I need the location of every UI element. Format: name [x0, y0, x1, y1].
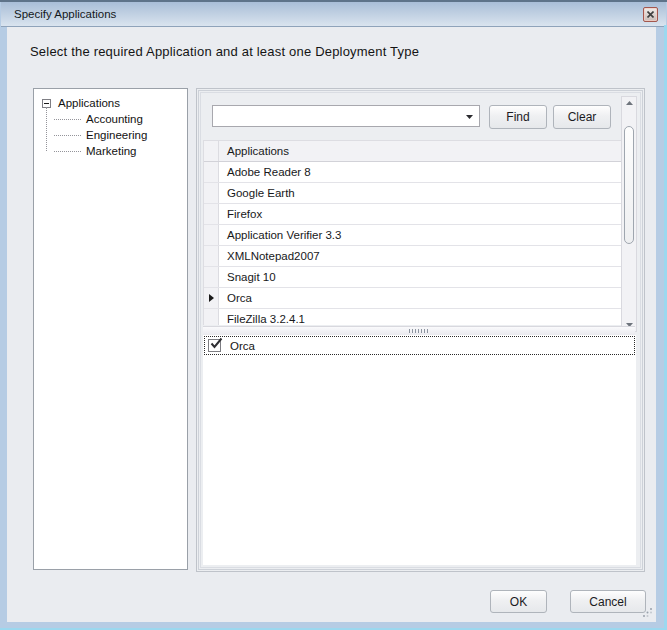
application-name-cell: Google Earth [219, 183, 621, 203]
specify-applications-dialog: Specify Applications Select the required… [0, 0, 667, 630]
scroll-up-icon[interactable] [622, 101, 636, 105]
find-button[interactable]: Find [489, 105, 547, 129]
close-icon [647, 11, 654, 18]
application-name-cell: XMLNotepad2007 [219, 246, 621, 266]
grid-indicator-header-cell [204, 141, 219, 161]
grid-row[interactable]: Google Earth [204, 183, 621, 204]
application-name-cell: Adobe Reader 8 [219, 162, 621, 182]
instruction-text: Select the required Application and at l… [30, 44, 419, 59]
row-indicator-cell [204, 267, 219, 287]
grid-row[interactable]: Adobe Reader 8 [204, 162, 621, 183]
splitter-grip-icon [409, 329, 429, 333]
row-indicator-cell [204, 225, 219, 245]
row-indicator-cell [204, 162, 219, 182]
grid-rows: Adobe Reader 8 Google Earth [204, 162, 621, 325]
deployment-type-items: Orca [203, 336, 636, 355]
tree-node[interactable]: Engineering [42, 127, 187, 143]
titlebar[interactable]: Specify Applications [1, 2, 666, 27]
cancel-button[interactable]: Cancel [570, 590, 646, 613]
splitter-handle[interactable] [203, 326, 635, 335]
grid-row[interactable]: FileZilla 3.2.4.1 [204, 309, 621, 325]
grid-column-header[interactable]: Applications [219, 141, 621, 161]
current-row-indicator-icon [209, 294, 214, 302]
search-combobox[interactable] [212, 105, 480, 127]
grid-row[interactable]: Orca [204, 288, 621, 309]
ok-button[interactable]: OK [490, 590, 547, 613]
row-indicator-cell [204, 204, 219, 224]
grid-row[interactable]: Application Verifier 3.3 [204, 225, 621, 246]
tree-node-label: Accounting [86, 113, 143, 125]
tree-root-label: Applications [58, 97, 120, 109]
tree-connector-line [46, 107, 47, 151]
tree-node-applications[interactable]: Applications [42, 95, 187, 111]
tree-children: Accounting Engineering Marketing [42, 111, 187, 159]
dialog-body: Select the required Application and at l… [7, 27, 656, 622]
deployment-type-list: Orca [203, 335, 636, 565]
deployment-type-label: Orca [230, 340, 255, 352]
row-indicator-cell [204, 183, 219, 203]
chevron-down-icon[interactable] [466, 114, 473, 119]
tree-node-label: Engineering [86, 129, 147, 141]
clear-button[interactable]: Clear [553, 105, 611, 129]
grid-row[interactable]: XMLNotepad2007 [204, 246, 621, 267]
application-name-cell: Application Verifier 3.3 [219, 225, 621, 245]
close-button[interactable] [643, 7, 658, 22]
application-name-cell: Firefox [219, 204, 621, 224]
deployment-type-item[interactable]: Orca [204, 336, 635, 355]
window-title: Specify Applications [14, 2, 116, 26]
tree-node[interactable]: Accounting [42, 111, 187, 127]
tree-node[interactable]: Marketing [42, 143, 187, 159]
row-indicator-cell [204, 246, 219, 266]
applications-tree-panel: Applications Accounting Engineering Mark… [33, 88, 188, 570]
grid-vertical-scrollbar[interactable] [621, 96, 637, 332]
application-selection-panel: Find Clear Applications [196, 88, 645, 572]
grid-row[interactable]: Snagit 10 [204, 267, 621, 288]
application-name-cell: Snagit 10 [219, 267, 621, 287]
grid-row[interactable]: Firefox [204, 204, 621, 225]
application-name-cell: Orca [219, 288, 621, 308]
application-name-cell: FileZilla 3.2.4.1 [219, 309, 621, 325]
row-indicator-cell [204, 309, 219, 325]
grid-header-row: Applications [204, 141, 621, 162]
resize-grip-icon[interactable] [642, 607, 653, 618]
checkbox-checked-icon[interactable] [208, 339, 221, 352]
tree-node-label: Marketing [86, 145, 137, 157]
row-indicator-cell [204, 288, 219, 308]
scrollbar-thumb[interactable] [624, 126, 634, 244]
applications-grid: Applications Adobe Reader 8 [203, 140, 621, 325]
